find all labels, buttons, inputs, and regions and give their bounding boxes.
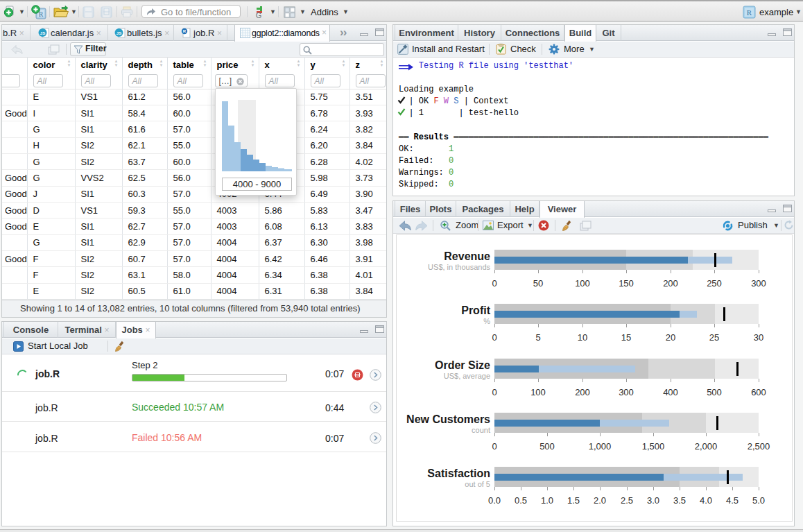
svg-text:G: G xyxy=(256,11,262,19)
svg-text:R: R xyxy=(183,29,187,33)
svg-text:STOP: STOP xyxy=(354,374,361,377)
svg-text:JS: JS xyxy=(40,31,45,35)
svg-text:JS: JS xyxy=(116,31,121,35)
svg-text:R: R xyxy=(747,8,752,17)
